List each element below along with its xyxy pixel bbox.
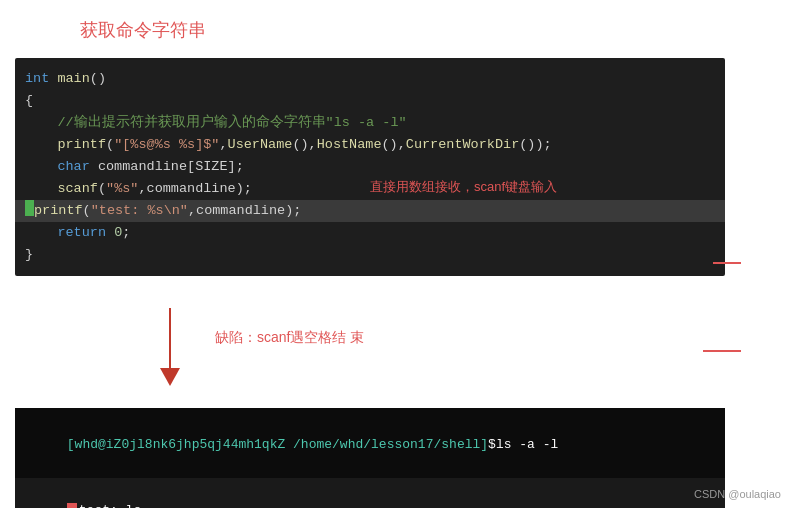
code-line-8: return 0;	[15, 222, 725, 244]
terminal-line-2: test: ls	[15, 478, 725, 508]
scanf-annotation: 直接用数组接收，scanf键盘输入	[370, 178, 557, 196]
code-line-4: printf("[%s@%s %s]$",UserName(),HostName…	[15, 134, 725, 156]
code-line-7: printf("test: %s\n",commandline);	[15, 200, 725, 222]
page-title: 获取命令字符串	[80, 18, 206, 42]
cursor	[25, 200, 34, 216]
red-line-1	[713, 262, 741, 264]
down-arrow	[150, 308, 190, 398]
watermark: CSDN @oulaqiao	[694, 488, 781, 500]
page-container: 获取命令字符串 int main() { //输出提示符并获取用户输入的命令字符…	[0, 0, 796, 508]
code-line-3: //输出提示符并获取用户输入的命令字符串"ls -a -l"	[15, 112, 725, 134]
code-line-5: char commandline[SIZE];	[15, 156, 725, 178]
terminal: [whd@iZ0jl8nk6jhp5qj44mh1qkZ /home/whd/l…	[15, 408, 725, 508]
svg-marker-1	[160, 368, 180, 386]
code-editor: int main() { //输出提示符并获取用户输入的命令字符串"ls -a …	[15, 58, 725, 276]
paren: ()	[90, 68, 106, 90]
code-line-2: {	[15, 90, 725, 112]
terminal-line-1: [whd@iZ0jl8nk6jhp5qj44mh1qkZ /home/whd/l…	[15, 412, 725, 478]
keyword-int: int	[25, 68, 57, 90]
code-line-9: }	[15, 244, 725, 266]
func-main: main	[57, 68, 89, 90]
code-line-1: int main()	[15, 68, 725, 90]
defect-annotation: 缺陷：scanf遇空格结 束	[215, 328, 364, 348]
red-line-2	[703, 350, 741, 352]
